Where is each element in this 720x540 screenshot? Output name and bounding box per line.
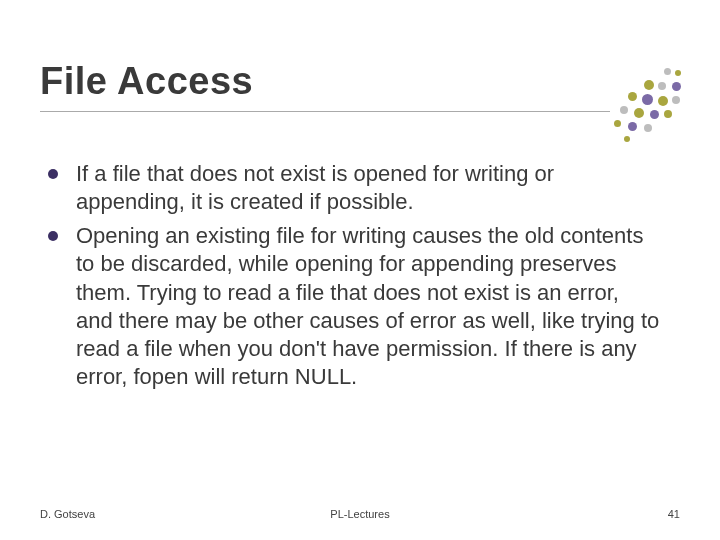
bullet-text: If a file that does not exist is opened … [76,160,660,216]
bullet-icon [48,231,58,241]
slide: File Access If a file that does not exis… [0,0,720,540]
body-region: If a file that does not exist is opened … [48,160,660,397]
footer-author: D. Gotseva [40,508,95,520]
bullet-text: Opening an existing file for writing cau… [76,222,660,391]
slide-title: File Access [40,60,610,103]
decorative-dots [610,78,690,158]
slide-number: 41 [668,508,680,520]
title-region: File Access [40,60,610,112]
bullet-icon [48,169,58,179]
list-item: If a file that does not exist is opened … [48,160,660,216]
footer: D. Gotseva PL-Lectures 41 [40,508,680,520]
list-item: Opening an existing file for writing cau… [48,222,660,391]
footer-title: PL-Lectures [330,508,389,520]
